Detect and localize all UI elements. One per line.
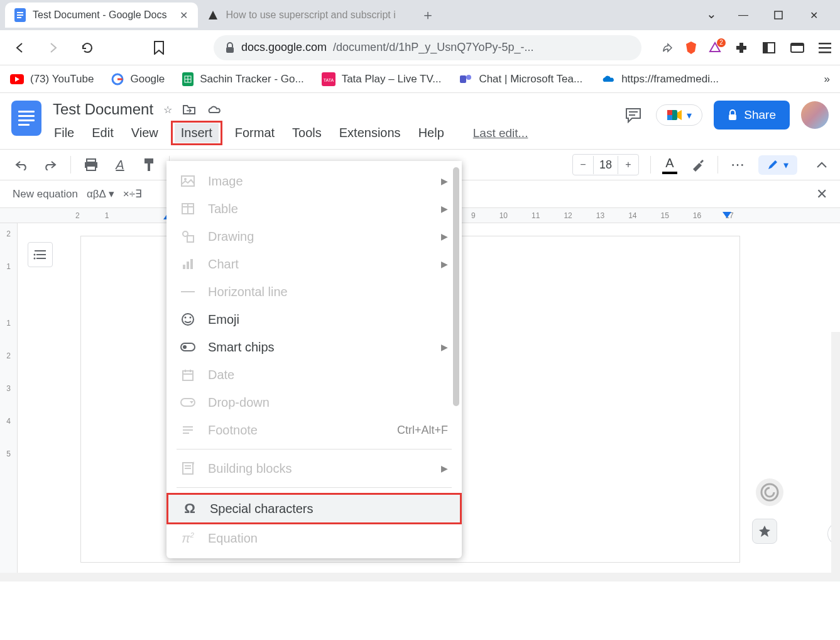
svg-point-51 <box>182 314 194 325</box>
bookmark-sheets[interactable]: Sachin Tracker - Go... <box>182 72 303 86</box>
bookmark-tata[interactable]: TATATata Play – Live TV... <box>322 72 442 86</box>
move-folder-icon[interactable] <box>182 104 196 115</box>
extensions-icon[interactable] <box>734 41 748 55</box>
teams-icon <box>459 72 472 86</box>
menu-insert[interactable]: Insert <box>175 123 219 143</box>
lock-icon <box>728 109 738 121</box>
undo-icon[interactable] <box>13 156 30 174</box>
share-url-icon[interactable] <box>662 41 674 54</box>
menu-help[interactable]: Help <box>417 123 445 143</box>
pencil-icon <box>767 159 778 170</box>
font-size-decrease[interactable]: − <box>573 155 593 175</box>
bookmark-icon[interactable] <box>148 37 170 58</box>
close-icon[interactable]: ✕ <box>178 9 189 21</box>
cloud-status-icon[interactable] <box>206 104 221 115</box>
svg-text:TATA: TATA <box>323 78 334 82</box>
grammarly-icon[interactable] <box>756 478 783 506</box>
docs-logo-icon[interactable] <box>11 101 41 136</box>
svg-point-37 <box>34 254 36 256</box>
menu-icon[interactable] <box>819 42 831 53</box>
menubar: File Edit View Insert Format Tools Exten… <box>53 123 611 143</box>
font-size-value[interactable]: 18 <box>593 156 618 174</box>
collapse-toolbar-icon[interactable] <box>816 161 827 168</box>
menu-item-label: Special characters <box>210 502 314 516</box>
paint-format-icon[interactable] <box>140 156 158 174</box>
outline-toggle-button[interactable] <box>28 242 53 267</box>
menu-view[interactable]: View <box>130 123 160 143</box>
insert-menu-dropdown: Image▶Table▶Drawing▶Chart▶Horizontal lin… <box>166 161 462 558</box>
window-close-button[interactable]: ✕ <box>805 6 822 24</box>
star-icon[interactable]: ☆ <box>163 104 172 116</box>
back-button[interactable] <box>9 37 30 58</box>
bookmark-onedrive[interactable]: https://framedmedi... <box>600 73 719 86</box>
bookmark-google[interactable]: Google <box>111 73 165 86</box>
browser-tab-active[interactable]: Test Document - Google Docs ✕ <box>5 3 198 28</box>
close-equation-bar-icon[interactable]: ✕ <box>816 186 827 202</box>
menu-item-label: Drop-down <box>208 395 270 410</box>
menu-tools[interactable]: Tools <box>291 123 323 143</box>
print-icon[interactable] <box>82 156 100 174</box>
share-button[interactable]: Share <box>714 101 790 130</box>
chevron-down-icon[interactable]: ⌄ <box>706 6 717 24</box>
menu-edit[interactable]: Edit <box>90 123 114 143</box>
new-tab-button[interactable]: ＋ <box>418 5 438 25</box>
tata-icon: TATA <box>322 72 335 86</box>
new-equation-button[interactable]: New equation <box>13 188 78 201</box>
vertical-ruler[interactable]: 2112345 <box>0 223 18 582</box>
sidepanel-icon[interactable] <box>762 41 776 55</box>
document-title[interactable]: Test Document <box>53 101 153 118</box>
menu-item-equation: π2Equation <box>166 524 462 552</box>
svg-rect-60 <box>181 399 195 406</box>
meet-button[interactable]: ▾ <box>656 104 702 126</box>
brave-rewards-icon[interactable]: 2 <box>708 41 722 55</box>
address-bar[interactable]: docs.google.com/document/d/1hP_y_UsnQ7Yo… <box>214 35 641 60</box>
menu-file[interactable]: File <box>53 123 75 143</box>
spellcheck-icon[interactable]: A <box>111 156 129 174</box>
menu-item-label: Table <box>208 202 238 216</box>
menu-format[interactable]: Format <box>234 123 276 143</box>
chips-icon <box>180 339 195 355</box>
font-size-increase[interactable]: + <box>618 155 638 175</box>
vertical-scrollbar[interactable] <box>831 332 840 573</box>
bookmarks-overflow-icon[interactable]: » <box>824 73 830 86</box>
text-color-button[interactable]: A <box>662 156 677 174</box>
svg-rect-5 <box>226 47 234 53</box>
menu-item-smart-chips[interactable]: Smart chips▶ <box>166 333 462 361</box>
reload-button[interactable] <box>77 37 98 58</box>
ruler-right-marker[interactable] <box>723 212 731 218</box>
explore-button[interactable] <box>752 519 777 544</box>
menu-item-special-characters[interactable]: ΩSpecial characters <box>166 493 462 524</box>
horizontal-scrollbar[interactable] <box>0 573 840 582</box>
forward-button[interactable] <box>43 37 64 58</box>
menu-item-label: Chart <box>208 257 239 272</box>
browser-tab[interactable]: How to use superscript and subscript i <box>198 3 412 28</box>
greek-letters-button[interactable]: αβΔ ▾ <box>87 187 114 201</box>
minimize-button[interactable]: — <box>734 6 752 24</box>
more-toolbar-icon[interactable]: ⋯ <box>729 156 747 174</box>
editing-mode-button[interactable]: ▾ <box>758 155 797 175</box>
svg-rect-49 <box>190 259 193 269</box>
math-ops-button[interactable]: ×÷∃ <box>123 187 142 201</box>
svg-rect-32 <box>145 158 153 163</box>
google-icon <box>111 73 124 86</box>
svg-point-38 <box>34 258 36 260</box>
maximize-button[interactable] <box>770 6 787 24</box>
bookmark-youtube[interactable]: (73) YouTube <box>10 73 94 86</box>
svg-rect-2 <box>17 14 23 16</box>
svg-rect-31 <box>87 166 95 170</box>
submenu-arrow-icon: ▶ <box>441 463 448 473</box>
menu-item-label: Date <box>208 368 234 382</box>
bookmark-teams[interactable]: Chat | Microsoft Tea... <box>459 72 582 86</box>
svg-rect-9 <box>791 43 804 46</box>
menu-extensions[interactable]: Extensions <box>338 123 402 143</box>
brave-shields-icon[interactable] <box>684 40 698 55</box>
svg-rect-12 <box>819 52 831 53</box>
redo-icon[interactable] <box>41 156 59 174</box>
last-edit-link[interactable]: Last edit... <box>473 126 528 140</box>
highlight-icon[interactable] <box>689 156 706 174</box>
menu-item-emoji[interactable]: Emoji <box>166 306 462 333</box>
menu-item-label: Building blocks <box>208 461 292 476</box>
comments-icon[interactable] <box>622 104 645 126</box>
account-avatar[interactable] <box>801 101 829 129</box>
wallet-icon[interactable] <box>790 41 805 54</box>
